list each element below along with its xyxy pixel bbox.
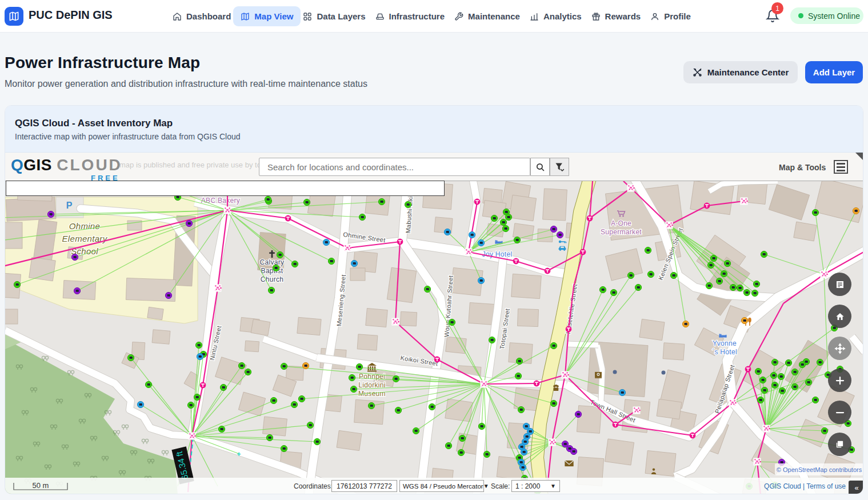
svg-text:A-One: A-One: [611, 219, 631, 227]
svg-text:ABC Bakery: ABC Bakery: [201, 197, 240, 205]
svg-text:P: P: [66, 201, 73, 210]
svg-text:´s Hotel: ´s Hotel: [712, 348, 737, 356]
svg-text:Calvary: Calvary: [260, 258, 285, 266]
svg-text:Yvonne: Yvonne: [713, 339, 737, 347]
svg-text:Supermarket: Supermarket: [601, 228, 642, 236]
svg-text:+: +: [237, 450, 241, 458]
svg-text:50 m: 50 m: [33, 481, 49, 490]
svg-text:Baptist: Baptist: [261, 267, 283, 275]
